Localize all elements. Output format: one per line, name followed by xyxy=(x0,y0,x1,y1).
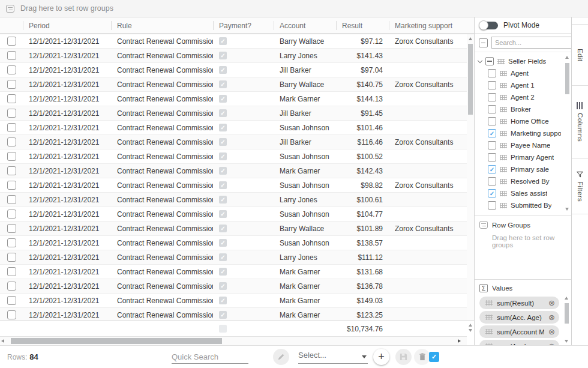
collapse-all-button[interactable] xyxy=(479,38,488,47)
value-pill[interactable]: sum(Age)⊗ xyxy=(479,340,559,345)
drag-handle-icon[interactable] xyxy=(485,300,493,306)
table-row[interactable]: 12/1/2021-12/31/2021Contract Renewal Com… xyxy=(0,294,467,308)
tab-columns[interactable]: Columns xyxy=(572,86,588,159)
column-checkbox[interactable] xyxy=(488,201,496,210)
table-row[interactable]: 12/1/2021-12/31/2021Contract Renewal Com… xyxy=(0,92,467,106)
row-select-checkbox[interactable] xyxy=(7,267,16,276)
tree-scrollbar-thumb[interactable] xyxy=(565,63,569,94)
table-row[interactable]: 12/1/2021-12/31/2021Contract Renewal Com… xyxy=(0,121,467,135)
value-pill[interactable]: sum(Result)⊗ xyxy=(479,297,559,309)
row-select-checkbox[interactable] xyxy=(7,109,16,118)
row-select-checkbox[interactable] xyxy=(7,51,16,60)
pinned-row-scrollbar[interactable] xyxy=(468,324,473,334)
tree-group-seller-fields[interactable]: Seller Fields xyxy=(475,55,571,67)
scroll-up-arrow-icon[interactable] xyxy=(469,324,472,327)
table-row[interactable]: 12/1/2021-12/31/2021Contract Renewal Com… xyxy=(0,279,467,294)
add-view-button[interactable]: + xyxy=(373,349,389,365)
scroll-down-arrow-icon[interactable] xyxy=(565,208,569,211)
drag-handle-icon[interactable] xyxy=(500,95,507,100)
remove-value-icon[interactable]: ⊗ xyxy=(548,313,555,321)
table-row[interactable]: 12/1/2021-12/31/2021Contract Renewal Com… xyxy=(0,135,467,149)
chevron-down-icon[interactable] xyxy=(478,58,482,62)
table-row[interactable]: 12/1/2021-12/31/2021Contract Renewal Com… xyxy=(0,77,467,92)
drag-handle-icon[interactable] xyxy=(500,83,507,88)
row-select-checkbox[interactable] xyxy=(7,253,16,262)
remove-value-icon[interactable]: ⊗ xyxy=(548,328,555,336)
column-checkbox[interactable] xyxy=(488,177,496,186)
values-scrollbar[interactable] xyxy=(564,297,569,343)
edit-view-button[interactable] xyxy=(273,349,289,365)
row-select-checkbox[interactable] xyxy=(7,224,16,233)
column-checkbox[interactable] xyxy=(488,141,496,149)
table-row[interactable]: 12/1/2021-12/31/2021Contract Renewal Com… xyxy=(0,207,467,222)
scroll-down-arrow-icon[interactable] xyxy=(469,329,472,332)
row-select-checkbox[interactable] xyxy=(7,210,16,219)
horizontal-scrollbar[interactable] xyxy=(0,336,467,345)
column-checkbox[interactable] xyxy=(488,129,496,137)
row-select-checkbox[interactable] xyxy=(7,181,16,190)
values-scrollbar-thumb[interactable] xyxy=(565,303,569,324)
scroll-left-arrow-icon[interactable] xyxy=(1,339,4,343)
row-groups-placeholder[interactable]: Drag here to set row groups xyxy=(492,234,566,249)
table-row[interactable]: 12/1/2021-12/31/2021Contract Renewal Com… xyxy=(0,222,467,236)
row-groups-drop-zone[interactable]: Drag here to set row groups xyxy=(0,0,588,17)
row-select-checkbox[interactable] xyxy=(7,152,16,161)
drag-handle-icon[interactable] xyxy=(500,191,507,196)
column-header-rule[interactable]: Rule xyxy=(111,17,213,34)
column-checkbox[interactable] xyxy=(488,105,496,113)
table-row[interactable]: 12/1/2021-12/31/2021Contract Renewal Com… xyxy=(0,250,467,265)
value-pill[interactable]: sum(Acc. Age)⊗ xyxy=(479,311,559,324)
group-checkbox-indeterminate[interactable] xyxy=(485,57,494,65)
table-row[interactable]: 12/1/2021-12/31/2021Contract Renewal Com… xyxy=(0,265,467,279)
column-tree-item[interactable]: Payee Name xyxy=(475,139,571,151)
column-tree-item[interactable]: Broker xyxy=(475,103,571,115)
save-view-button[interactable] xyxy=(395,349,412,365)
delete-view-button[interactable] xyxy=(414,349,430,365)
drag-handle-icon[interactable] xyxy=(500,203,507,208)
table-row[interactable]: 12/1/2021-12/31/2021Contract Renewal Com… xyxy=(0,178,467,193)
column-checkbox[interactable] xyxy=(488,69,496,77)
drag-handle-icon[interactable] xyxy=(500,131,507,136)
table-row[interactable]: 12/1/2021-12/31/2021Contract Renewal Com… xyxy=(0,149,467,164)
column-tree-item[interactable]: Primary Agent xyxy=(475,151,571,163)
row-select-checkbox[interactable] xyxy=(7,195,16,204)
drag-handle-icon[interactable] xyxy=(485,329,493,334)
column-checkbox[interactable] xyxy=(488,189,496,198)
column-checkbox[interactable] xyxy=(488,117,496,125)
vertical-scrollbar[interactable] xyxy=(467,34,474,321)
column-tree-item[interactable]: Primary sale xyxy=(475,163,571,175)
quick-search-input[interactable] xyxy=(172,351,248,364)
row-select-checkbox[interactable] xyxy=(7,166,16,175)
tab-edit[interactable]: Edit xyxy=(572,25,588,86)
vertical-scrollbar-thumb[interactable] xyxy=(468,44,473,115)
saved-view-select[interactable]: Select... xyxy=(298,351,368,364)
row-select-checkbox[interactable] xyxy=(7,80,16,89)
scroll-right-arrow-icon[interactable] xyxy=(458,339,461,343)
drag-handle-icon[interactable] xyxy=(500,179,507,184)
column-checkbox[interactable] xyxy=(488,93,496,101)
scroll-up-arrow-icon[interactable] xyxy=(469,37,472,40)
remove-value-icon[interactable]: ⊗ xyxy=(548,299,555,307)
value-pill[interactable]: sum(Account M...⊗ xyxy=(479,325,559,338)
table-row[interactable]: 12/1/2021-12/31/2021Contract Renewal Com… xyxy=(0,63,467,77)
row-select-checkbox[interactable] xyxy=(7,37,16,46)
table-row[interactable]: 12/1/2021-12/31/2021Contract Renewal Com… xyxy=(0,236,467,250)
drag-handle-icon[interactable] xyxy=(497,59,505,64)
column-tree-item[interactable]: Submitted By xyxy=(475,199,571,211)
tab-filters[interactable]: Filters xyxy=(572,159,588,214)
table-row[interactable]: 12/1/2021-12/31/2021Contract Renewal Com… xyxy=(0,193,467,207)
column-tree-item[interactable]: Resolved By xyxy=(475,175,571,187)
horizontal-scrollbar-thumb[interactable] xyxy=(11,338,222,344)
footer-checkbox[interactable] xyxy=(429,352,439,362)
column-tree-item[interactable]: Sales assist xyxy=(475,187,571,199)
drag-handle-icon[interactable] xyxy=(500,155,507,160)
row-select-checkbox[interactable] xyxy=(7,94,16,103)
row-select-checkbox[interactable] xyxy=(7,282,16,291)
column-header-marketing-support[interactable]: Marketing support xyxy=(389,17,467,34)
row-select-checkbox[interactable] xyxy=(7,137,16,146)
pivot-mode-toggle[interactable] xyxy=(480,22,498,29)
tree-scrollbar[interactable] xyxy=(565,56,570,211)
column-header-result[interactable]: Result xyxy=(336,17,389,34)
column-tree-item[interactable]: Agent xyxy=(475,67,571,79)
row-select-checkbox[interactable] xyxy=(7,238,16,247)
